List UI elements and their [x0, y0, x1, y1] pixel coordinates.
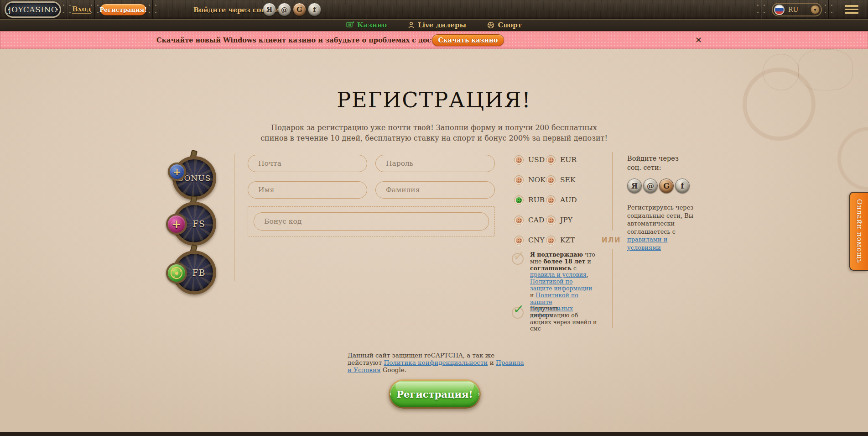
download-banner: Скачайте новый Windows клиент казино и з…: [0, 31, 868, 49]
currency-option-cny[interactable]: CNY: [514, 236, 546, 245]
soccer-orb-icon: [166, 263, 187, 284]
logo[interactable]: JOYCASINO: [5, 1, 61, 18]
social-terms-link[interactable]: правилами и условиями: [627, 236, 667, 251]
footer-strip: [0, 432, 868, 436]
tab-live-dealers[interactable]: Live дилеры: [408, 21, 467, 29]
bonus-code-field[interactable]: [254, 212, 489, 231]
login-link[interactable]: Вход: [72, 5, 91, 14]
privacy-policy-link[interactable]: Политика конфиденциальности: [384, 359, 488, 366]
mailru-icon[interactable]: @: [278, 3, 291, 16]
social-column-note: Регистрируясь через социальные сети, Вы …: [627, 204, 696, 252]
yandex-icon[interactable]: Я: [263, 3, 276, 16]
radio-icon: [546, 195, 556, 205]
terms-link[interactable]: правила и условия: [530, 271, 587, 278]
currency-grid: USD EUR NOK SEK RUB AUD CAD JPY CNY KZT: [514, 150, 578, 250]
topbar-social-icons: Я @ G f: [263, 3, 321, 16]
sketch-decor: [798, 49, 853, 90]
social-column-title: Войдите через соц. сети:: [627, 154, 689, 172]
info-policy-link[interactable]: Политикой по защите информации: [530, 278, 592, 292]
page-title: РЕГИСТРАЦИЯ!: [0, 88, 868, 112]
banner-text: Скачайте новый Windows клиент казино и з…: [156, 31, 455, 49]
download-casino-button[interactable]: Скачать казино: [432, 34, 504, 46]
slot-machine-icon: [346, 21, 354, 29]
topbar-divider: [761, 0, 761, 19]
freebet-badge: FB: [172, 251, 216, 294]
radio-icon: [546, 215, 556, 225]
register-button[interactable]: Регистрация!: [100, 4, 146, 16]
language-selector[interactable]: RU ▾: [772, 3, 822, 16]
menu-icon[interactable]: [845, 5, 858, 16]
firstname-field[interactable]: [248, 181, 367, 199]
facebook-icon[interactable]: f: [675, 179, 690, 193]
radio-icon: [514, 236, 524, 245]
tab-casino[interactable]: Казино: [346, 21, 387, 29]
radio-icon: [546, 175, 556, 185]
checkbox-age-confirm[interactable]: ✓: [512, 253, 524, 265]
submit-button[interactable]: ‹ Регистрация! ›: [389, 379, 481, 409]
arrow-left-icon: ‹: [390, 390, 392, 398]
radio-icon: [546, 236, 556, 245]
promo-text: Получать информацию об акциях через имей…: [530, 305, 599, 332]
google-icon[interactable]: G: [293, 3, 306, 16]
dealer-person-icon: [408, 21, 415, 29]
sketch-decor: [763, 54, 799, 90]
top-bar: JOYCASINO Вход Регистрация! Войдите чере…: [0, 0, 868, 19]
check-icon: ✓: [513, 247, 525, 263]
topbar-divider: [67, 0, 67, 19]
radio-icon: [514, 215, 524, 225]
radio-icon: [514, 175, 524, 185]
google-icon[interactable]: G: [659, 179, 674, 193]
topbar-divider: [152, 0, 153, 19]
or-divider-top: [612, 152, 613, 231]
currency-option-kzt[interactable]: KZT: [546, 236, 578, 245]
radio-icon-selected: [514, 195, 524, 205]
logo-text: JOYCASINO: [8, 5, 58, 14]
or-label: ИЛИ: [599, 236, 623, 244]
topbar-divider: [94, 0, 95, 19]
registration-page: JOYCASINO Вход Регистрация! Войдите чере…: [0, 0, 868, 436]
nav-bar: Казино Live дилеры Спорт: [0, 19, 868, 31]
freespins-badge: FS +: [172, 202, 216, 246]
currency-option-usd[interactable]: USD: [514, 155, 546, 165]
yandex-icon[interactable]: Я: [627, 179, 642, 193]
topbar-divider: [828, 0, 829, 19]
form-left-divider: [234, 154, 234, 281]
checkbox-promo[interactable]: ✓: [512, 307, 524, 319]
radio-icon: [514, 155, 524, 165]
bonus-badge: BONUS +: [172, 156, 216, 200]
plus-orb-icon: +: [166, 214, 187, 235]
radio-icon: [546, 155, 556, 165]
soccer-ball-icon: [487, 21, 494, 29]
language-code: RU: [788, 6, 798, 13]
currency-option-aud[interactable]: AUD: [546, 195, 578, 205]
recaptcha-notice: Данный сайт защищен reCAPTCHA, а так же …: [348, 352, 525, 373]
plus-orb-icon: +: [168, 163, 186, 181]
facebook-icon[interactable]: f: [308, 3, 321, 16]
currency-option-nok[interactable]: NOK: [514, 175, 546, 185]
online-help-tab[interactable]: Онлайн помощь: [849, 192, 868, 271]
currency-option-sek[interactable]: SEK: [546, 175, 578, 185]
page-subtitle: Подарок за регистрацию уже почти твой! З…: [0, 122, 868, 143]
lastname-field[interactable]: [375, 181, 495, 199]
social-column-icons: Я @ G f: [627, 179, 690, 193]
currency-option-jpy[interactable]: JPY: [546, 215, 578, 225]
mailru-icon[interactable]: @: [643, 179, 658, 193]
tab-sport[interactable]: Спорт: [487, 21, 522, 29]
chevron-down-icon[interactable]: ▾: [811, 5, 820, 14]
check-icon: ✓: [513, 301, 525, 317]
email-field[interactable]: [248, 155, 367, 172]
currency-option-cad[interactable]: CAD: [514, 215, 546, 225]
close-icon[interactable]: ✕: [695, 31, 702, 49]
currency-option-rub[interactable]: RUB: [514, 195, 546, 205]
russia-flag-icon: [774, 5, 785, 15]
password-field[interactable]: [375, 155, 495, 172]
or-divider-bottom: [612, 249, 613, 328]
currency-option-eur[interactable]: EUR: [546, 155, 578, 165]
arrow-right-icon: ›: [478, 390, 479, 398]
